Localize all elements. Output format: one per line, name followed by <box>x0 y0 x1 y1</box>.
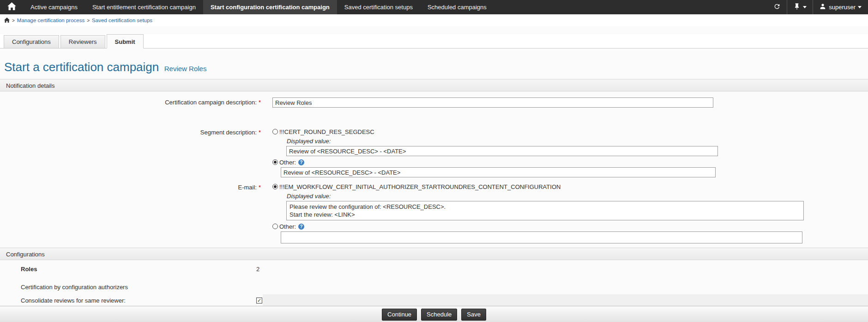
email-label: E-mail:* <box>0 182 261 243</box>
roles-row: Roles 2 <box>0 260 868 284</box>
segment-default-radio[interactable] <box>272 129 278 134</box>
user-menu[interactable]: superuser <box>813 0 868 14</box>
breadcrumb-home-icon[interactable] <box>4 18 10 24</box>
nav-item-active-campaigns[interactable]: Active campaigns <box>23 0 85 14</box>
help-icon[interactable]: ? <box>298 159 304 165</box>
email-other-option-label: Other: <box>279 223 296 230</box>
row-highlight <box>263 294 868 306</box>
breadcrumb-link-manage-certification-process[interactable]: Manage certification process <box>17 18 84 23</box>
home-icon <box>7 2 16 12</box>
breadcrumb-separator: > <box>12 18 15 23</box>
page-subtitle: Review Roles <box>164 65 207 73</box>
nav-item-start-entitlement-certification-campaign[interactable]: Start entitlement certification campaign <box>85 0 203 14</box>
segment-other-radio[interactable] <box>272 159 278 165</box>
consolidate-checkbox[interactable]: ✓ <box>256 298 262 304</box>
segment-default-option-label: !!!CERT_ROUND_RES_SEGDESC <box>279 128 374 135</box>
tab-configurations[interactable]: Configurations <box>4 35 59 48</box>
segment-displayed-value-input[interactable] <box>286 146 718 156</box>
section-header-configurations: Configurations <box>0 248 868 260</box>
nav-item-scheduled-campaigns[interactable]: Scheduled campaigns <box>420 0 494 14</box>
email-other-radio[interactable] <box>272 224 278 229</box>
segment-description-label: Segment description:* <box>0 128 261 177</box>
save-button[interactable]: Save <box>461 309 486 321</box>
required-asterisk: * <box>259 99 261 106</box>
breadcrumb-separator: > <box>87 18 90 23</box>
email-default-radio[interactable] <box>272 184 278 189</box>
refresh-icon <box>773 3 781 12</box>
chevron-down-icon <box>858 6 862 8</box>
email-default-option: !!!EM_WORKFLOW_CERT_INITIAL_AUTHORIZER_S… <box>272 182 868 191</box>
footer-bar: Continue Schedule Save <box>0 306 868 322</box>
campaign-description-input[interactable] <box>272 97 713 108</box>
pin-menu-button[interactable] <box>787 0 813 14</box>
email-default-option-label: !!!EM_WORKFLOW_CERT_INITIAL_AUTHORIZER_S… <box>279 183 561 190</box>
refresh-button[interactable] <box>767 0 787 14</box>
nav-item-start-configuration-certification-campaign[interactable]: Start configuration certification campai… <box>203 0 337 14</box>
roles-count: 2 <box>256 266 259 273</box>
breadcrumb-link-saved-certification-setups[interactable]: Saved certification setups <box>92 18 152 23</box>
schedule-button[interactable]: Schedule <box>421 309 457 321</box>
breadcrumb: > Manage certification process > Saved c… <box>0 14 868 26</box>
help-icon[interactable]: ? <box>298 224 304 230</box>
email-row: E-mail:* !!!EM_WORKFLOW_CERT_INITIAL_AUT… <box>0 182 868 243</box>
tab-strip: Configurations Reviewers Submit <box>0 34 868 49</box>
chevron-down-icon <box>803 6 807 8</box>
authorizers-row: Certification by configuration authorize… <box>0 284 868 295</box>
tab-submit[interactable]: Submit <box>107 34 144 49</box>
title-block: Start a certification campaign Review Ro… <box>0 49 868 79</box>
segment-displayed-value-label: Displayed value: <box>287 138 868 145</box>
required-asterisk: * <box>259 184 261 191</box>
email-other-textarea[interactable] <box>281 231 802 243</box>
email-displayed-value-textarea[interactable]: Please review the configuration of: <RES… <box>286 201 804 220</box>
campaign-description-label: Certification campaign description:* <box>0 97 261 108</box>
configurations-panel: Roles 2 Certification by configuration a… <box>0 260 868 306</box>
consolidate-row: Consolidate reviews for same reviewer: ✓ <box>0 295 868 306</box>
navbar-right: superuser <box>767 0 868 14</box>
consolidate-label: Consolidate reviews for same reviewer: <box>21 297 256 304</box>
tab-reviewers[interactable]: Reviewers <box>60 35 105 48</box>
section-header-notification-details: Notification details <box>0 79 868 91</box>
roles-label: Roles <box>21 266 256 273</box>
email-displayed-value-label: Displayed value: <box>287 193 868 200</box>
segment-other-input[interactable] <box>281 167 716 177</box>
page-title: Start a certification campaign <box>4 60 159 74</box>
authorizers-label: Certification by configuration authorize… <box>21 284 256 291</box>
segment-default-option: !!!CERT_ROUND_RES_SEGDESC <box>272 128 868 136</box>
segment-other-option: Other: ? <box>272 158 868 166</box>
campaign-description-row: Certification campaign description:* <box>0 97 868 108</box>
top-navbar: Active campaigns Start entitlement certi… <box>0 0 868 14</box>
notification-form: Certification campaign description:* Seg… <box>0 91 868 243</box>
segment-description-row: Segment description:* !!!CERT_ROUND_RES_… <box>0 128 868 177</box>
nav-item-saved-certification-setups[interactable]: Saved certification setups <box>337 0 420 14</box>
segment-other-option-label: Other: <box>279 159 296 166</box>
pin-icon <box>793 3 801 12</box>
user-icon <box>820 3 829 11</box>
username-label: superuser <box>829 4 856 11</box>
required-asterisk: * <box>259 129 261 136</box>
email-other-option: Other: ? <box>272 222 868 231</box>
home-button[interactable] <box>0 0 23 14</box>
continue-button[interactable]: Continue <box>382 309 417 321</box>
